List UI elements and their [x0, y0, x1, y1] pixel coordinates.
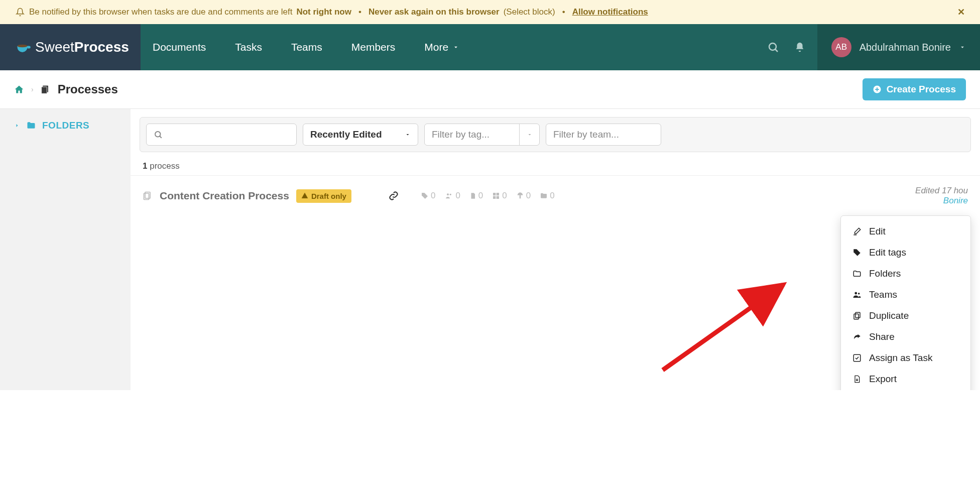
menu-share[interactable]: Share [841, 326, 970, 347]
context-menu: Edit Edit tags Folders Teams Duplicate S… [840, 215, 971, 390]
menu-edit-tags[interactable]: Edit tags [841, 242, 970, 263]
page-body: FOLDERS Recently Edited Filter by tag...… [0, 109, 980, 390]
home-icon[interactable] [14, 84, 24, 94]
result-count: 1 process [131, 152, 980, 175]
filter-bar: Recently Edited Filter by tag... Filter … [140, 117, 971, 152]
svg-line-22 [663, 285, 783, 370]
chevron-down-icon [405, 132, 411, 138]
svg-point-10 [447, 193, 449, 195]
bell-icon[interactable] [794, 42, 805, 53]
export-icon [852, 375, 862, 384]
svg-rect-4 [41, 87, 47, 93]
notification-bar: Be notified by this browser when tasks a… [0, 0, 980, 24]
svg-rect-19 [855, 312, 860, 318]
close-icon[interactable]: ✕ [957, 7, 965, 18]
chevron-down-icon [519, 124, 539, 145]
filter-team-dropdown[interactable]: Filter by team... [546, 124, 661, 146]
sort-value: Recently Edited [310, 129, 382, 140]
processes-icon [41, 84, 51, 94]
svg-point-1 [769, 43, 776, 50]
plus-circle-icon [873, 85, 882, 94]
menu-export[interactable]: Export [841, 369, 970, 390]
svg-point-18 [858, 293, 860, 295]
user-name: Abdulrahman Bonire [860, 42, 951, 53]
warning-icon [301, 192, 308, 199]
menu-teams[interactable]: Teams [841, 284, 970, 305]
nav-more-label: More [424, 41, 448, 53]
sort-dropdown[interactable]: Recently Edited [303, 124, 418, 146]
tag-icon [852, 248, 862, 257]
svg-rect-14 [493, 196, 496, 199]
teams-icon [852, 290, 862, 299]
main-content: Recently Edited Filter by tag... Filter … [131, 109, 980, 390]
bell-outline-icon [15, 8, 25, 17]
stat-docs: 0 [469, 191, 483, 201]
annotation-arrow [658, 275, 798, 375]
page-title: Processes [58, 82, 118, 96]
search-input[interactable] [146, 124, 297, 146]
notification-select-block: (Select block) [504, 7, 555, 17]
breadcrumb: › Processes Create Process [0, 70, 980, 109]
stat-tags: 0 [421, 191, 435, 201]
svg-rect-20 [854, 314, 859, 319]
row-author[interactable]: Bonire [915, 196, 968, 206]
svg-point-11 [450, 194, 451, 195]
svg-point-17 [854, 292, 857, 295]
nav-tasks[interactable]: Tasks [235, 41, 262, 53]
svg-rect-12 [493, 193, 496, 195]
search-icon[interactable] [767, 41, 779, 53]
share-icon [852, 332, 862, 341]
result-count-label: process [150, 161, 180, 171]
logo-sweet: Sweet [35, 39, 74, 55]
avatar: AB [831, 37, 851, 57]
create-process-label: Create Process [887, 84, 956, 95]
svg-rect-21 [853, 354, 861, 362]
chevron-right-icon [14, 123, 20, 129]
process-row[interactable]: Content Creation Process Draft only 0 0 … [131, 175, 980, 216]
sidebar-folders[interactable]: FOLDERS [14, 120, 116, 131]
result-count-number: 1 [143, 161, 147, 171]
menu-duplicate[interactable]: Duplicate [841, 305, 970, 326]
chevron-down-icon [959, 44, 966, 51]
logo[interactable]: SweetProcess [0, 24, 141, 70]
notification-allow[interactable]: Allow notifications [572, 7, 648, 17]
process-title: Content Creation Process [160, 190, 289, 202]
filter-tag-dropdown[interactable]: Filter by tag... [424, 124, 540, 146]
search-icon [154, 130, 163, 139]
main-nav: Documents Tasks Teams Members More [141, 24, 817, 70]
menu-folders[interactable]: Folders [841, 263, 970, 284]
user-menu[interactable]: AB Abdulrahman Bonire [817, 24, 980, 70]
menu-assign-task[interactable]: Assign as Task [841, 347, 970, 369]
sidebar: FOLDERS [0, 109, 131, 390]
link-icon[interactable] [389, 191, 399, 201]
chevron-down-icon [452, 44, 459, 51]
stat-folders: 0 [540, 191, 554, 201]
copy-icon [143, 191, 153, 201]
folder-icon [852, 269, 862, 278]
svg-rect-15 [497, 196, 499, 199]
nav-members[interactable]: Members [351, 41, 396, 53]
draft-badge-label: Draft only [311, 192, 346, 200]
create-process-button[interactable]: Create Process [863, 78, 966, 100]
svg-line-7 [160, 136, 162, 138]
stats: 0 0 0 0 0 0 [421, 191, 555, 201]
notification-not-now[interactable]: Not right now [296, 7, 351, 17]
stat-tasks: 0 [516, 191, 531, 201]
draft-badge: Draft only [296, 189, 351, 203]
nav-teams[interactable]: Teams [291, 41, 322, 53]
chevron-right-icon: › [31, 85, 34, 93]
menu-edit[interactable]: Edit [841, 221, 970, 242]
row-edited: Edited 17 hou [915, 186, 968, 195]
svg-line-2 [775, 49, 778, 52]
check-square-icon [852, 353, 862, 363]
menu-recycle[interactable]: Move to Recycle Bin [841, 390, 970, 390]
nav-documents[interactable]: Documents [153, 41, 206, 53]
cup-icon [16, 40, 31, 55]
separator-dot: • [358, 7, 361, 17]
notification-never-ask[interactable]: Never ask again on this browser [369, 7, 500, 17]
separator-dot: • [562, 7, 565, 17]
filter-tag-placeholder: Filter by tag... [425, 124, 519, 145]
duplicate-icon [852, 311, 862, 320]
nav-more[interactable]: More [424, 41, 459, 53]
folder-icon [26, 121, 36, 131]
